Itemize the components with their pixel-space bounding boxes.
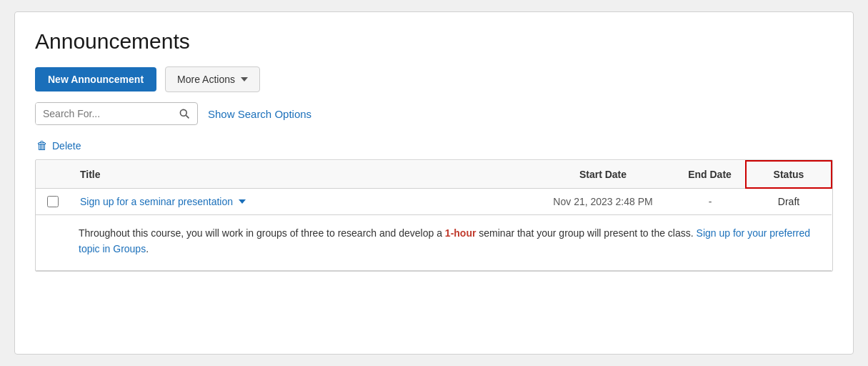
th-title: Title [70,161,532,188]
table-header-row: Title Start Date End Date Status [36,161,832,188]
preview-text-end: . [146,243,149,254]
expand-chevron-icon[interactable] [239,199,246,204]
row-end-date: - [674,188,746,215]
new-announcement-button[interactable]: New Announcement [35,67,156,92]
more-actions-button[interactable]: More Actions [165,66,260,92]
th-select [36,161,70,188]
search-box [35,102,198,125]
row-title-cell: Sign up for a seminar presentation [70,188,532,215]
search-button[interactable] [171,103,197,124]
row-checkbox[interactable] [47,196,59,207]
more-actions-label: More Actions [177,74,235,85]
show-search-options-link[interactable]: Show Search Options [208,108,311,120]
th-end-date: End Date [674,161,746,188]
announcements-table: Title Start Date End Date Status Sign [36,160,832,271]
th-start-date: Start Date [532,161,674,188]
page-container: Announcements New Announcement More Acti… [14,11,854,355]
preview-text-before: Throughout this course, you will work in… [79,227,445,239]
delete-row: 🗑 Delete [35,139,833,152]
preview-highlight: 1-hour [445,227,477,239]
row-checkbox-cell [36,188,70,215]
page-title: Announcements [35,29,833,54]
th-status: Status [746,161,832,188]
toolbar: New Announcement More Actions [35,66,833,92]
announcements-table-container: Title Start Date End Date Status Sign [35,159,833,272]
delete-link[interactable]: Delete [52,140,81,152]
chevron-down-icon [241,77,248,81]
trash-icon: 🗑 [36,139,48,152]
table-row: Sign up for a seminar presentation Nov 2… [36,188,832,215]
preview-cell: Throughout this course, you will work in… [36,215,832,271]
preview-text: Throughout this course, you will work in… [79,225,817,257]
svg-point-0 [180,109,186,116]
preview-row: Throughout this course, you will work in… [36,215,832,271]
search-input[interactable] [36,103,171,124]
announcement-title-link[interactable]: Sign up for a seminar presentation [80,196,233,207]
search-row: Show Search Options [35,102,833,125]
preview-text-after: seminar that your group will present to … [476,227,696,239]
svg-line-1 [186,115,189,118]
row-start-date: Nov 21, 2023 2:48 PM [532,188,674,215]
row-status: Draft [746,188,832,215]
search-icon [179,108,190,119]
